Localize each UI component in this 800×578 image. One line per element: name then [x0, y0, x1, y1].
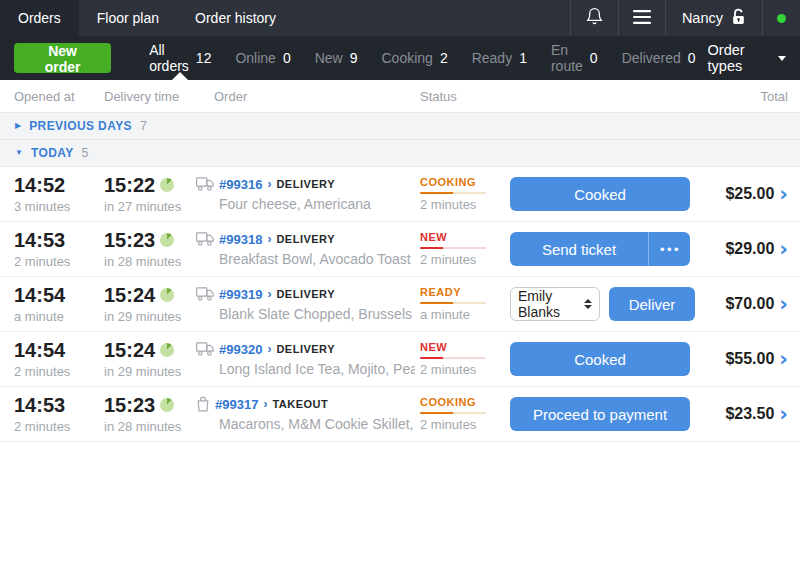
filter-en-route[interactable]: En route0 [539, 36, 610, 80]
action-button[interactable]: Proceed to payment [510, 397, 690, 431]
expanded-arrow-icon: ▼ [15, 149, 23, 157]
send-ticket-button[interactable]: Send ticket [510, 232, 648, 266]
takeout-bag-icon [196, 396, 210, 412]
opened-time: 14:52 [14, 174, 104, 196]
user-name: Nancy [682, 10, 723, 26]
order-types-dropdown[interactable]: Order types [708, 42, 786, 74]
filter-count: 12 [196, 50, 212, 66]
chevron-right-icon: › [779, 350, 788, 369]
orders-list: 14:52 3 minutes 15:22 in 27 minutes #993… [0, 167, 800, 442]
chevron-right-icon: › [779, 295, 788, 314]
status-label: COOKING [420, 176, 510, 188]
notifications-button[interactable] [570, 0, 618, 36]
delivery-in: in 27 minutes [104, 199, 196, 214]
courier-select[interactable]: Emily Blanks [510, 287, 600, 321]
order-type-label: TAKEOUT [272, 398, 328, 410]
hamburger-icon [633, 10, 651, 27]
topbar-tabs: OrdersFloor planOrder history [0, 0, 294, 36]
delivery-time: 15:24 [104, 339, 155, 361]
more-options-button[interactable]: ••• [648, 232, 690, 266]
opened-time: 14:54 [14, 339, 104, 361]
section-count: 7 [140, 119, 147, 133]
filter-count: 0 [590, 50, 598, 66]
status-ago: 2 minutes [420, 362, 510, 377]
deliver-button[interactable]: Deliver [609, 287, 695, 321]
unlock-icon [731, 8, 746, 28]
order-items: Breakfast Bowl, Avocado Toast [219, 251, 415, 267]
filter-count: 1 [519, 50, 527, 66]
action-button[interactable]: Cooked [510, 342, 690, 376]
order-total: $55.00 [725, 350, 774, 368]
delivery-truck-icon [196, 287, 214, 301]
order-row[interactable]: 14:53 2 minutes 15:23 in 28 minutes #993… [0, 222, 800, 277]
order-number-link[interactable]: #99320 [219, 342, 262, 357]
timer-pie-icon [160, 178, 174, 192]
order-total: $23.50 [725, 405, 774, 423]
filter-delivered[interactable]: Delivered0 [610, 36, 708, 80]
timer-pie-icon [160, 288, 174, 302]
filter-count: 9 [350, 50, 358, 66]
delivery-truck-icon [196, 342, 214, 356]
user-menu[interactable]: Nancy [665, 0, 762, 36]
filter-label: Online [235, 50, 275, 66]
opened-ago: 2 minutes [14, 364, 104, 379]
status-ago: a minute [420, 307, 510, 322]
filter-all-orders[interactable]: All orders12 [137, 36, 223, 80]
menu-button[interactable] [618, 0, 665, 36]
header-status: Status [420, 89, 510, 104]
status-label: NEW [420, 341, 510, 353]
status-label: READY [420, 286, 510, 298]
chevron-right-icon: › [779, 240, 788, 259]
filter-online[interactable]: Online0 [223, 36, 302, 80]
new-order-button[interactable]: New order [14, 43, 111, 73]
ellipsis-icon: ••• [660, 242, 681, 257]
chevron-right-icon: › [267, 343, 271, 355]
opened-time: 14:53 [14, 229, 104, 251]
tab-floor-plan[interactable]: Floor plan [79, 0, 177, 36]
filter-new[interactable]: New9 [303, 36, 370, 80]
tab-orders[interactable]: Orders [0, 0, 79, 36]
order-items: Macarons, M&M Cookie Skillet, Co… [219, 416, 415, 432]
order-total: $29.00 [725, 240, 774, 258]
order-row[interactable]: 14:52 3 minutes 15:22 in 27 minutes #993… [0, 167, 800, 222]
filter-count: 0 [283, 50, 291, 66]
timer-pie-icon [160, 343, 174, 357]
order-row[interactable]: 14:54 a minute 15:24 in 29 minutes #9931… [0, 277, 800, 332]
delivery-in: in 28 minutes [104, 419, 196, 434]
filter-label: Cooking [382, 50, 433, 66]
order-row[interactable]: 14:54 2 minutes 15:24 in 29 minutes #993… [0, 332, 800, 387]
chevron-right-icon: › [267, 233, 271, 245]
action-button[interactable]: Cooked [510, 177, 690, 211]
order-total: $70.00 [725, 295, 774, 313]
order-row[interactable]: 14:53 2 minutes 15:23 in 28 minutes #993… [0, 387, 800, 442]
order-type-label: DELIVERY [276, 178, 335, 190]
order-number-link[interactable]: #99319 [219, 287, 262, 302]
order-number-link[interactable]: #99317 [215, 397, 258, 412]
filter-bar: New order All orders12Online0New9Cooking… [0, 36, 800, 80]
order-type-label: DELIVERY [276, 233, 335, 245]
delivery-in: in 28 minutes [104, 254, 196, 269]
order-number-link[interactable]: #99316 [219, 177, 262, 192]
top-bar: OrdersFloor planOrder history Nancy [0, 0, 800, 36]
delivery-in: in 29 minutes [104, 364, 196, 379]
tab-order-history[interactable]: Order history [177, 0, 294, 36]
filter-ready[interactable]: Ready1 [460, 36, 539, 80]
section-label: TODAY [31, 146, 74, 160]
timer-pie-icon [160, 398, 174, 412]
section-previous-days[interactable]: ▶ PREVIOUS DAYS 7 [0, 113, 800, 140]
action-split-button: Send ticket ••• [510, 232, 690, 266]
order-items: Blank Slate Chopped, Brussels Sp… [219, 306, 415, 322]
filter-label: New [315, 50, 343, 66]
opened-ago: 2 minutes [14, 254, 104, 269]
online-status-dot [777, 14, 786, 23]
filter-cooking[interactable]: Cooking2 [370, 36, 460, 80]
order-type-label: DELIVERY [276, 343, 335, 355]
chevron-right-icon: › [267, 288, 271, 300]
section-today[interactable]: ▼ TODAY 5 [0, 140, 800, 167]
header-opened-at: Opened at [0, 89, 104, 104]
order-number-link[interactable]: #99318 [219, 232, 262, 247]
status-label: NEW [420, 231, 510, 243]
chevron-right-icon: › [267, 178, 271, 190]
status-label: COOKING [420, 396, 510, 408]
order-total: $25.00 [725, 185, 774, 203]
